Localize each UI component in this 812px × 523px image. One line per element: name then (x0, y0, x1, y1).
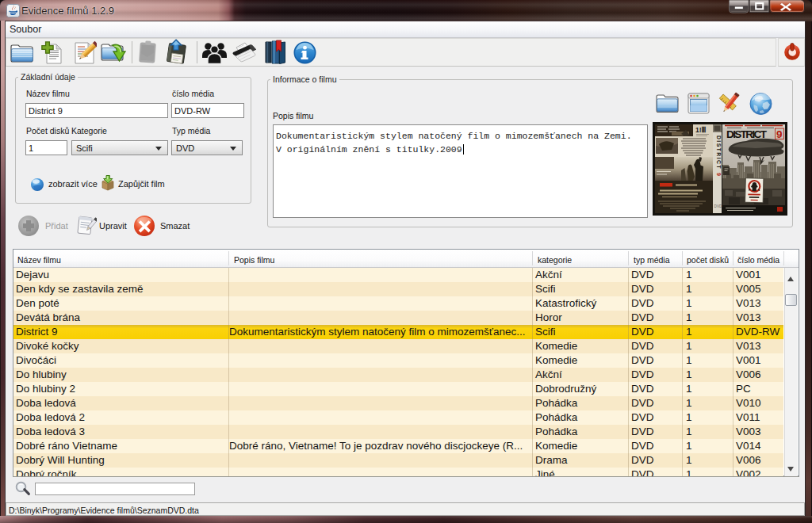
svg-text:DVD: DVD (714, 204, 722, 208)
svg-text:DISTRICT: DISTRICT (716, 136, 722, 169)
svg-text:DISTRICT: DISTRICT (726, 128, 768, 140)
svg-text:9: 9 (716, 173, 722, 176)
svg-text:1!Ⅲ: 1!Ⅲ (695, 126, 707, 134)
svg-text:9: 9 (776, 128, 783, 140)
